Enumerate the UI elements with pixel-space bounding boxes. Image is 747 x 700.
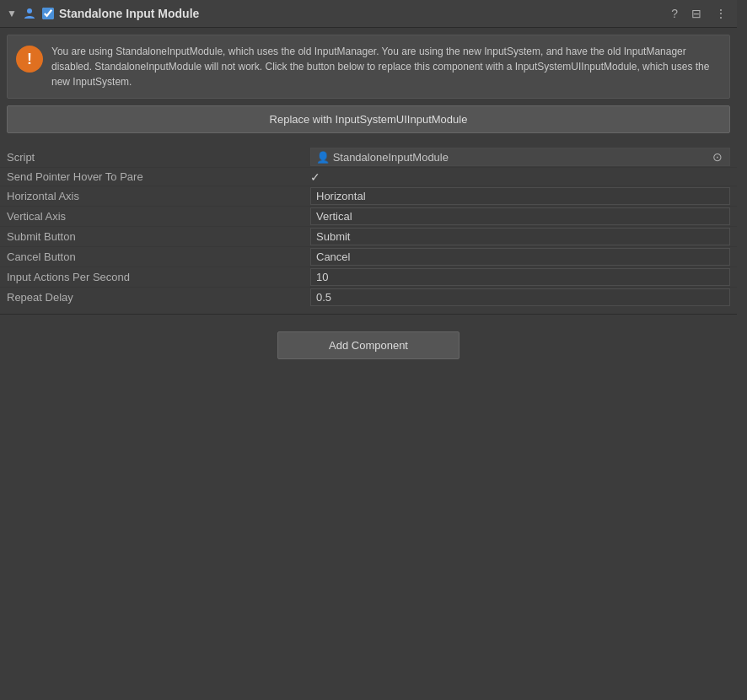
repeat-delay-value[interactable]: 0.5: [310, 288, 730, 306]
header-actions: ? ⊟ ⋮: [668, 5, 730, 22]
help-button[interactable]: ?: [668, 5, 681, 22]
warning-box: ! You are using StandaloneInputModule, w…: [7, 35, 730, 99]
script-property-row: Script 👤 StandaloneInputModule ⊙: [0, 147, 737, 168]
horizontal-axis-label: Horizontal Axis: [7, 190, 310, 202]
script-name: StandaloneInputModule: [333, 151, 449, 164]
component-title: Standalone Input Module: [59, 7, 663, 20]
warning-icon: !: [16, 46, 43, 73]
input-actions-value[interactable]: 10: [310, 268, 730, 286]
script-person-icon: 👤: [316, 151, 330, 164]
collapse-arrow[interactable]: ▼: [7, 8, 17, 19]
cancel-button-row: Cancel Button Cancel: [0, 247, 737, 267]
vertical-axis-label: Vertical Axis: [7, 210, 310, 223]
script-target-button[interactable]: ⊙: [711, 150, 724, 164]
repeat-delay-row: Repeat Delay 0.5: [0, 288, 737, 307]
submit-button-label: Submit Button: [7, 230, 310, 243]
component-header: ▼ Standalone Input Module ? ⊟ ⋮: [0, 0, 737, 28]
section-divider: [0, 314, 737, 315]
settings-button[interactable]: ⊟: [688, 5, 705, 22]
add-component-button[interactable]: Add Component: [277, 331, 459, 359]
replace-button[interactable]: Replace with InputSystemUIInputModule: [7, 105, 730, 133]
horizontal-axis-row: Horizontal Axis Horizontal: [0, 186, 737, 207]
send-pointer-label: Send Pointer Hover To Pare: [7, 170, 310, 183]
component-icon: [22, 6, 37, 21]
cancel-button-label: Cancel Button: [7, 250, 310, 263]
more-options-button[interactable]: ⋮: [712, 5, 730, 22]
submit-button-value[interactable]: Submit: [310, 228, 730, 245]
horizontal-axis-value[interactable]: Horizontal: [310, 187, 730, 205]
send-pointer-value: ✓: [310, 170, 320, 184]
send-pointer-row: Send Pointer Hover To Pare ✓: [0, 168, 737, 186]
vertical-axis-value[interactable]: Vertical: [310, 207, 730, 225]
submit-button-row: Submit Button Submit: [0, 227, 737, 247]
input-actions-label: Input Actions Per Second: [7, 271, 310, 283]
component-enabled-checkbox[interactable]: [42, 8, 54, 19]
warning-text: You are using StandaloneInputModule, whi…: [51, 44, 721, 89]
input-actions-row: Input Actions Per Second 10: [0, 267, 737, 288]
send-pointer-checkmark: ✓: [310, 170, 320, 184]
repeat-delay-label: Repeat Delay: [7, 291, 310, 304]
properties-section: Script 👤 StandaloneInputModule ⊙ Send Po…: [0, 143, 737, 310]
cancel-button-value[interactable]: Cancel: [310, 248, 730, 266]
script-value: 👤 StandaloneInputModule ⊙: [310, 148, 730, 166]
vertical-axis-row: Vertical Axis Vertical: [0, 207, 737, 227]
svg-point-0: [27, 8, 32, 13]
script-label: Script: [7, 151, 310, 164]
add-component-section: Add Component: [0, 318, 737, 373]
